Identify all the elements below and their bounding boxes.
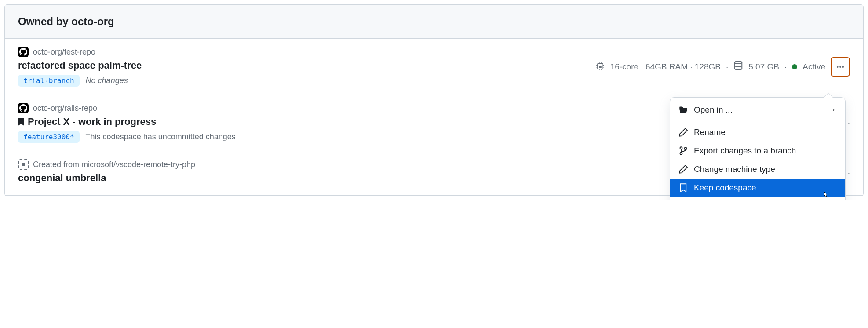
storage-size: 5.07 GB (748, 62, 779, 72)
changes-status: This codespace has uncommitted changes (86, 132, 236, 142)
svg-point-1 (837, 66, 839, 68)
svg-point-6 (685, 148, 687, 150)
git-branch-icon (679, 146, 688, 155)
kebab-menu-button[interactable] (831, 57, 850, 77)
menu-stop-codespace[interactable]: Stop codespace Expires 1 month (43,200 m… (670, 197, 845, 200)
codespace-row: octo-org/test-repo refactored space palm… (5, 39, 863, 95)
folder-open-icon (679, 106, 688, 114)
svg-point-3 (842, 66, 844, 68)
cpu-icon (595, 62, 605, 72)
arrow-right-icon: → (828, 105, 836, 115)
status-text: Active (802, 62, 825, 72)
menu-open-in[interactable]: Open in ... → (670, 100, 845, 119)
menu-rename[interactable]: Rename (670, 123, 845, 142)
pencil-icon (679, 128, 688, 137)
codespace-actions-menu: Open in ... → Rename Export changes to a… (670, 97, 846, 200)
svg-point-5 (680, 153, 682, 155)
repo-name[interactable]: octo-org/rails-repo (33, 104, 97, 113)
github-icon (18, 103, 29, 113)
svg-point-4 (680, 147, 682, 149)
svg-point-2 (839, 66, 841, 68)
menu-keep-codespace[interactable]: Keep codespace (670, 179, 845, 197)
github-icon (18, 47, 29, 57)
branch-pill[interactable]: trial-branch (18, 75, 80, 87)
machine-specs: 16-core · 64GB RAM · 128GB (610, 62, 721, 72)
codespaces-panel: Owned by octo-org octo-org/test-repo ref… (4, 4, 864, 196)
panel-header: Owned by octo-org (5, 5, 863, 39)
template-icon (18, 159, 29, 170)
codespace-name[interactable]: congenial umbrella (18, 172, 722, 184)
menu-change-machine[interactable]: Change machine type (670, 160, 845, 179)
bookmark-icon (679, 183, 688, 192)
menu-divider (675, 121, 840, 121)
database-icon (733, 61, 743, 73)
menu-export-branch[interactable]: Export changes to a branch (670, 142, 845, 160)
repo-name[interactable]: octo-org/test-repo (33, 47, 95, 57)
status-dot-icon (792, 64, 797, 69)
codespace-name[interactable]: refactored space palm-tree (18, 60, 587, 71)
svg-point-0 (735, 61, 742, 64)
changes-status: No changes (86, 76, 128, 85)
bookmark-icon (18, 118, 24, 126)
pencil-icon (679, 165, 688, 174)
branch-pill[interactable]: feature3000* (18, 131, 80, 143)
codespace-name[interactable]: Project X - work in progress (18, 116, 718, 128)
repo-name[interactable]: Created from microsoft/vscode-remote-try… (33, 160, 195, 169)
